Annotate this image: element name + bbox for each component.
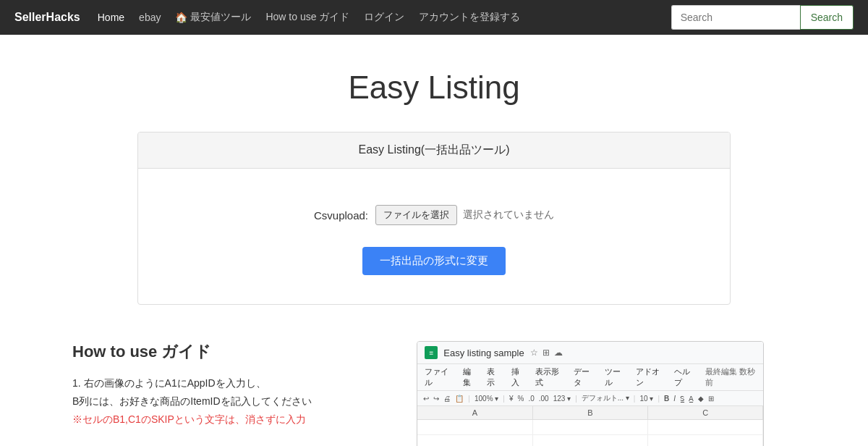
navbar-brand[interactable]: SellerHacks (14, 11, 80, 24)
ss-topbar: ≡ Easy listing sample ☆ ⊞ ☁ (417, 342, 763, 364)
nav-link-register[interactable]: アカウントを登録する (419, 11, 520, 24)
how-to-step: 1. 右の画像のようにA1にAppIDを入力し、 B列には、お好きな商品のIte… (72, 374, 388, 429)
font-size[interactable]: 10 ▾ (639, 395, 653, 403)
nav-link-guide[interactable]: How to use ガイド (265, 11, 349, 24)
menu-file[interactable]: ファイル (425, 366, 453, 388)
decimal-less[interactable]: .0 (528, 395, 534, 403)
menu-format[interactable]: 表示形式 (535, 366, 563, 388)
table-row (417, 435, 763, 446)
zoom-control[interactable]: 100% ▾ (475, 395, 498, 403)
step1-line2: B列には、お好きな商品のItemIDを記入してください (72, 392, 388, 411)
star-icon: ☆ (530, 348, 538, 358)
menu-insert[interactable]: 挿入 (511, 366, 525, 388)
ss-title-icons: ☆ ⊞ ☁ (530, 348, 563, 358)
redo-icon[interactable]: ↪ (433, 395, 439, 403)
cell-b2[interactable] (533, 435, 648, 446)
spreadsheet-mockup: ≡ Easy listing sample ☆ ⊞ ☁ ファイル 編集 表示 挿… (417, 341, 764, 446)
last-edit: 最終編集 数秒前 (705, 366, 757, 388)
file-select-button[interactable]: ファイルを選択 (375, 205, 457, 225)
folder-icon: ⊞ (542, 348, 550, 358)
how-to-image: ≡ Easy listing sample ☆ ⊞ ☁ ファイル 編集 表示 挿… (417, 341, 796, 446)
borders-button[interactable]: ⊞ (708, 395, 714, 403)
how-to-section: How to use ガイド 1. 右の画像のようにA1にAppIDを入力し、 … (72, 341, 796, 446)
cell-c2[interactable] (648, 435, 763, 446)
cell-a2[interactable] (417, 435, 532, 446)
page-title: Easy Listing (14, 70, 854, 106)
col-header-a: A (417, 406, 532, 419)
upload-row: Csvupload: ファイルを選択 選択されていません (153, 205, 715, 225)
how-to-title: How to use ガイド (72, 341, 388, 363)
format-number[interactable]: 123 ▾ (553, 395, 571, 403)
nav-link-home[interactable]: Home (98, 12, 124, 23)
menu-help[interactable]: ヘルプ (674, 366, 695, 388)
navbar: SellerHacks Home ebay 🏠 最安値ツール How to us… (0, 0, 868, 35)
cloud-icon: ☁ (554, 348, 563, 358)
menu-data[interactable]: データ (574, 366, 595, 388)
step1-line1: 1. 右の画像のようにA1にAppIDを入力し、 (72, 374, 388, 392)
sheets-icon: ≡ (425, 346, 438, 359)
file-input-wrapper: ファイルを選択 選択されていません (375, 205, 554, 225)
search-input[interactable] (671, 5, 800, 30)
italic-button[interactable]: I (673, 395, 676, 403)
submit-button[interactable]: 一括出品の形式に変更 (362, 247, 506, 275)
copy-icon[interactable]: 📋 (455, 395, 464, 403)
main-content: Easy Listing Easy Listing(一括出品ツール) Csvup… (0, 70, 868, 446)
nav-links: Home ebay 🏠 最安値ツール How to use ガイド ログイン ア… (98, 11, 654, 24)
fill-color-button[interactable]: ◆ (698, 395, 704, 403)
currency-button[interactable]: ¥ (509, 395, 514, 403)
nav-link-login[interactable]: ログイン (364, 11, 404, 24)
search-area: Search (671, 5, 854, 30)
col-header-c: C (648, 406, 763, 419)
easy-listing-card: Easy Listing(一括出品ツール) Csvupload: ファイルを選択… (137, 132, 731, 305)
step1-highlight: ※セルのB1,C1のSKIPという文字は、消さずに入力 (72, 411, 388, 429)
cell-a1[interactable] (417, 420, 532, 434)
font-select[interactable]: デフォルト... ▾ (582, 393, 629, 403)
card-header: Easy Listing(一括出品ツール) (138, 132, 730, 169)
home-icon: 🏠 (175, 12, 187, 23)
strikethrough-button[interactable]: S̲ (680, 395, 684, 403)
table-row (417, 420, 763, 435)
menu-addons[interactable]: アドオン (636, 366, 664, 388)
nav-link-ebay[interactable]: ebay (139, 12, 161, 23)
decimal-more[interactable]: .00 (539, 395, 549, 403)
print-icon[interactable]: 🖨 (443, 395, 451, 403)
col-header-b: B (533, 406, 648, 419)
menu-tools[interactable]: ツール (605, 366, 626, 388)
cell-b1[interactable] (533, 420, 648, 434)
ss-column-headers: A B C (417, 406, 763, 420)
font-color-button[interactable]: A̲ (689, 395, 694, 403)
upload-label: Csvupload: (314, 209, 368, 222)
menu-view[interactable]: 表示 (487, 366, 501, 388)
file-no-file-text: 選択されていません (463, 209, 554, 222)
cell-c1[interactable] (648, 420, 763, 434)
how-to-text: How to use ガイド 1. 右の画像のようにA1にAppIDを入力し、 … (72, 341, 388, 446)
search-button[interactable]: Search (800, 5, 854, 30)
ss-title: Easy listing sample (443, 348, 524, 358)
nav-link-tool[interactable]: 🏠 最安値ツール (175, 11, 251, 24)
menu-edit[interactable]: 編集 (463, 366, 477, 388)
bold-button[interactable]: B (664, 395, 669, 403)
ss-toolbar: ↩ ↪ 🖨 📋 | 100% ▾ | ¥ % .0 .00 123 ▾ | デフ… (417, 391, 763, 406)
card-body: Csvupload: ファイルを選択 選択されていません 一括出品の形式に変更 (138, 169, 730, 304)
ss-menu: ファイル 編集 表示 挿入 表示形式 データ ツール アドオン ヘルプ 最終編集… (417, 364, 763, 391)
undo-icon[interactable]: ↩ (423, 395, 429, 403)
percent-button[interactable]: % (518, 395, 524, 403)
